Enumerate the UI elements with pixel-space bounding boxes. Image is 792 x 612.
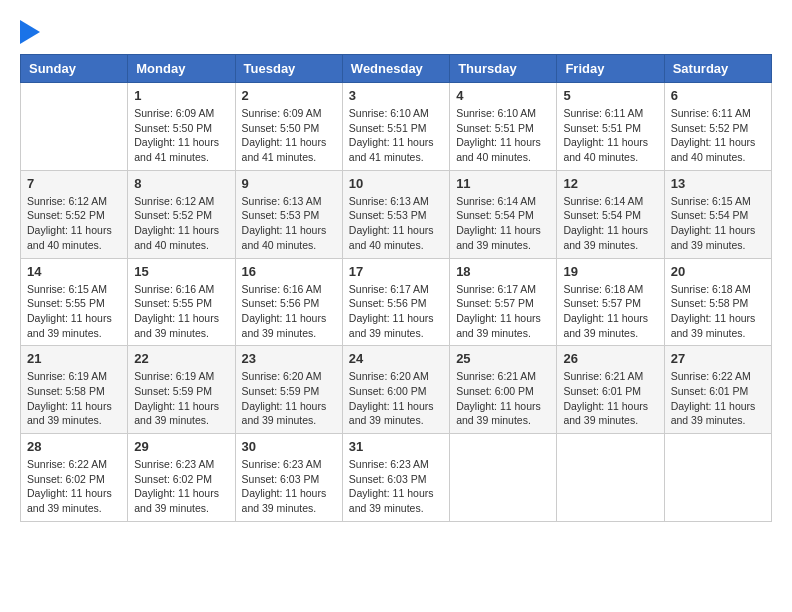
calendar-cell: 2Sunrise: 6:09 AM Sunset: 5:50 PM Daylig… [235,83,342,171]
week-row-1: 1Sunrise: 6:09 AM Sunset: 5:50 PM Daylig… [21,83,772,171]
day-number: 16 [242,264,336,279]
day-number: 9 [242,176,336,191]
day-number: 14 [27,264,121,279]
day-number: 27 [671,351,765,366]
calendar-cell: 22Sunrise: 6:19 AM Sunset: 5:59 PM Dayli… [128,346,235,434]
calendar-cell: 14Sunrise: 6:15 AM Sunset: 5:55 PM Dayli… [21,258,128,346]
calendar-cell: 12Sunrise: 6:14 AM Sunset: 5:54 PM Dayli… [557,170,664,258]
day-info: Sunrise: 6:16 AM Sunset: 5:56 PM Dayligh… [242,282,336,341]
calendar-cell: 8Sunrise: 6:12 AM Sunset: 5:52 PM Daylig… [128,170,235,258]
day-info: Sunrise: 6:10 AM Sunset: 5:51 PM Dayligh… [349,106,443,165]
calendar-cell: 20Sunrise: 6:18 AM Sunset: 5:58 PM Dayli… [664,258,771,346]
day-info: Sunrise: 6:19 AM Sunset: 5:59 PM Dayligh… [134,369,228,428]
calendar-cell: 9Sunrise: 6:13 AM Sunset: 5:53 PM Daylig… [235,170,342,258]
calendar-cell: 1Sunrise: 6:09 AM Sunset: 5:50 PM Daylig… [128,83,235,171]
day-info: Sunrise: 6:09 AM Sunset: 5:50 PM Dayligh… [242,106,336,165]
header-thursday: Thursday [450,55,557,83]
calendar-cell: 26Sunrise: 6:21 AM Sunset: 6:01 PM Dayli… [557,346,664,434]
day-number: 20 [671,264,765,279]
day-number: 3 [349,88,443,103]
day-info: Sunrise: 6:22 AM Sunset: 6:02 PM Dayligh… [27,457,121,516]
day-info: Sunrise: 6:10 AM Sunset: 5:51 PM Dayligh… [456,106,550,165]
calendar-cell: 25Sunrise: 6:21 AM Sunset: 6:00 PM Dayli… [450,346,557,434]
week-row-5: 28Sunrise: 6:22 AM Sunset: 6:02 PM Dayli… [21,434,772,522]
day-info: Sunrise: 6:21 AM Sunset: 6:01 PM Dayligh… [563,369,657,428]
day-info: Sunrise: 6:15 AM Sunset: 5:54 PM Dayligh… [671,194,765,253]
day-number: 4 [456,88,550,103]
calendar-cell: 31Sunrise: 6:23 AM Sunset: 6:03 PM Dayli… [342,434,449,522]
calendar-cell: 21Sunrise: 6:19 AM Sunset: 5:58 PM Dayli… [21,346,128,434]
calendar-cell: 18Sunrise: 6:17 AM Sunset: 5:57 PM Dayli… [450,258,557,346]
calendar-cell: 11Sunrise: 6:14 AM Sunset: 5:54 PM Dayli… [450,170,557,258]
calendar-cell: 3Sunrise: 6:10 AM Sunset: 5:51 PM Daylig… [342,83,449,171]
header-saturday: Saturday [664,55,771,83]
day-number: 10 [349,176,443,191]
day-info: Sunrise: 6:19 AM Sunset: 5:58 PM Dayligh… [27,369,121,428]
day-number: 31 [349,439,443,454]
calendar-cell: 27Sunrise: 6:22 AM Sunset: 6:01 PM Dayli… [664,346,771,434]
day-info: Sunrise: 6:12 AM Sunset: 5:52 PM Dayligh… [134,194,228,253]
day-info: Sunrise: 6:11 AM Sunset: 5:52 PM Dayligh… [671,106,765,165]
header-monday: Monday [128,55,235,83]
day-info: Sunrise: 6:12 AM Sunset: 5:52 PM Dayligh… [27,194,121,253]
day-info: Sunrise: 6:23 AM Sunset: 6:03 PM Dayligh… [349,457,443,516]
days-of-week-row: SundayMondayTuesdayWednesdayThursdayFrid… [21,55,772,83]
day-number: 26 [563,351,657,366]
day-number: 18 [456,264,550,279]
day-number: 7 [27,176,121,191]
day-info: Sunrise: 6:17 AM Sunset: 5:56 PM Dayligh… [349,282,443,341]
header-friday: Friday [557,55,664,83]
day-info: Sunrise: 6:20 AM Sunset: 5:59 PM Dayligh… [242,369,336,428]
calendar-cell [557,434,664,522]
week-row-3: 14Sunrise: 6:15 AM Sunset: 5:55 PM Dayli… [21,258,772,346]
calendar-cell [450,434,557,522]
day-number: 11 [456,176,550,191]
calendar-cell: 17Sunrise: 6:17 AM Sunset: 5:56 PM Dayli… [342,258,449,346]
day-info: Sunrise: 6:13 AM Sunset: 5:53 PM Dayligh… [349,194,443,253]
calendar-table: SundayMondayTuesdayWednesdayThursdayFrid… [20,54,772,522]
logo [20,20,44,44]
calendar-cell: 7Sunrise: 6:12 AM Sunset: 5:52 PM Daylig… [21,170,128,258]
calendar-cell: 28Sunrise: 6:22 AM Sunset: 6:02 PM Dayli… [21,434,128,522]
day-number: 30 [242,439,336,454]
day-number: 8 [134,176,228,191]
day-number: 21 [27,351,121,366]
calendar-cell: 19Sunrise: 6:18 AM Sunset: 5:57 PM Dayli… [557,258,664,346]
calendar-body: 1Sunrise: 6:09 AM Sunset: 5:50 PM Daylig… [21,83,772,522]
day-number: 12 [563,176,657,191]
logo-icon [20,20,40,44]
calendar-cell: 10Sunrise: 6:13 AM Sunset: 5:53 PM Dayli… [342,170,449,258]
day-number: 17 [349,264,443,279]
day-info: Sunrise: 6:17 AM Sunset: 5:57 PM Dayligh… [456,282,550,341]
calendar-cell: 15Sunrise: 6:16 AM Sunset: 5:55 PM Dayli… [128,258,235,346]
header-sunday: Sunday [21,55,128,83]
calendar-cell: 5Sunrise: 6:11 AM Sunset: 5:51 PM Daylig… [557,83,664,171]
day-info: Sunrise: 6:21 AM Sunset: 6:00 PM Dayligh… [456,369,550,428]
day-number: 19 [563,264,657,279]
week-row-4: 21Sunrise: 6:19 AM Sunset: 5:58 PM Dayli… [21,346,772,434]
day-info: Sunrise: 6:23 AM Sunset: 6:02 PM Dayligh… [134,457,228,516]
day-number: 25 [456,351,550,366]
day-number: 28 [27,439,121,454]
calendar-cell: 24Sunrise: 6:20 AM Sunset: 6:00 PM Dayli… [342,346,449,434]
day-info: Sunrise: 6:16 AM Sunset: 5:55 PM Dayligh… [134,282,228,341]
day-info: Sunrise: 6:14 AM Sunset: 5:54 PM Dayligh… [563,194,657,253]
day-info: Sunrise: 6:22 AM Sunset: 6:01 PM Dayligh… [671,369,765,428]
day-info: Sunrise: 6:13 AM Sunset: 5:53 PM Dayligh… [242,194,336,253]
day-info: Sunrise: 6:09 AM Sunset: 5:50 PM Dayligh… [134,106,228,165]
day-number: 6 [671,88,765,103]
calendar-cell: 16Sunrise: 6:16 AM Sunset: 5:56 PM Dayli… [235,258,342,346]
day-number: 5 [563,88,657,103]
day-number: 1 [134,88,228,103]
day-info: Sunrise: 6:20 AM Sunset: 6:00 PM Dayligh… [349,369,443,428]
day-info: Sunrise: 6:14 AM Sunset: 5:54 PM Dayligh… [456,194,550,253]
calendar-cell [664,434,771,522]
day-number: 22 [134,351,228,366]
page-header [20,20,772,44]
calendar-cell: 4Sunrise: 6:10 AM Sunset: 5:51 PM Daylig… [450,83,557,171]
calendar-cell [21,83,128,171]
calendar-cell: 6Sunrise: 6:11 AM Sunset: 5:52 PM Daylig… [664,83,771,171]
day-number: 24 [349,351,443,366]
calendar-cell: 13Sunrise: 6:15 AM Sunset: 5:54 PM Dayli… [664,170,771,258]
day-number: 2 [242,88,336,103]
